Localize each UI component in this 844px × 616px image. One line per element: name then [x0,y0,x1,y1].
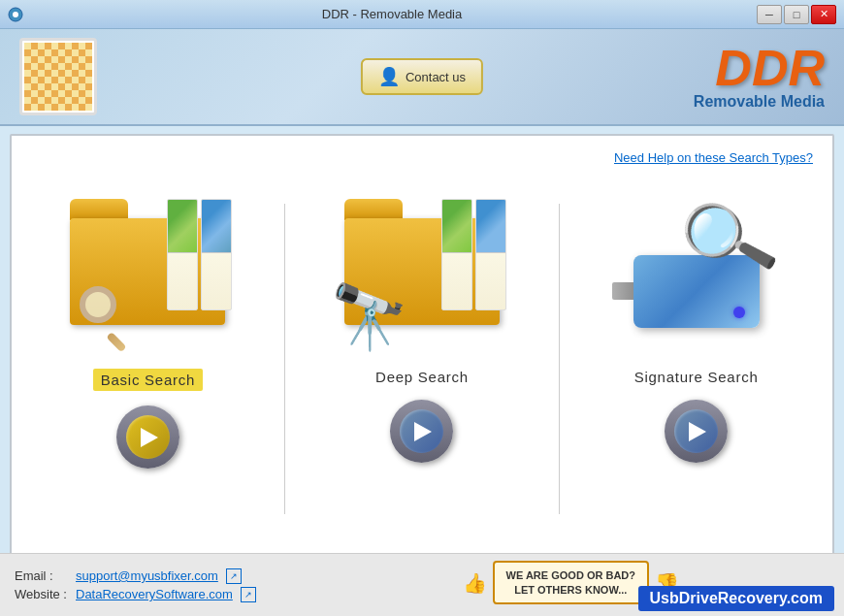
main-wrapper: Need Help on these Search Types? [0,126,844,563]
sig-play-outer [665,400,728,463]
footer: Email : support@myusbfixer.com ↗ Website… [0,553,844,616]
website-row: Website : DataRecoverySoftware.com ↗ [15,587,256,602]
contact-button[interactable]: 👤 Contact us [361,58,483,95]
deep-paper-2 [475,199,506,310]
deep-search-option[interactable]: 🔭 Deep Search [325,165,519,463]
close-button[interactable]: ✕ [811,5,836,24]
contact-icon: 👤 [378,66,400,87]
deep-search-play-button[interactable] [390,400,453,463]
email-external-icon[interactable]: ↗ [226,568,242,584]
basic-search-label: Basic Search [93,369,203,391]
help-link[interactable]: Need Help on these Search Types? [614,150,813,165]
sig-play-inner [674,409,718,453]
titlebar: DDR - Removable Media ─ □ ✕ [0,0,844,29]
divider-1 [284,204,285,514]
logo-pattern [24,43,92,111]
maximize-button[interactable]: □ [784,5,809,24]
minimize-button[interactable]: ─ [757,5,782,24]
website-external-icon[interactable]: ↗ [241,587,256,602]
feedback-line1: WE ARE GOOD OR BAD? [506,568,635,582]
feedback-line2: LET OTHERS KNOW... [506,583,635,597]
brand-name: DDR [694,43,825,93]
basic-search-option[interactable]: Basic Search [50,165,244,469]
magnifier-glass [80,286,116,323]
signature-search-play-button[interactable] [665,400,728,463]
signature-search-image: 🔍 [609,165,784,359]
divider-2 [559,204,560,514]
search-options-container: Basic Search [12,136,832,504]
signature-search-option[interactable]: 🔍 Signature Search [600,165,794,463]
deep-play-triangle [414,422,432,441]
deep-paper-1 [441,199,472,310]
sig-play-triangle [689,422,706,441]
window-controls: ─ □ ✕ [757,5,836,24]
brand-subtitle: Removable Media [694,93,825,111]
usb-led [733,307,745,318]
paper-image-2 [202,200,231,253]
deep-paper-img-1 [442,200,471,253]
paper-image-1 [168,200,197,253]
thumbs-icon: 👍 [463,571,487,595]
usb-plug [612,282,633,300]
deep-play-inner [400,409,443,453]
email-label: Email : [15,568,68,583]
deep-paper-img-2 [476,200,505,253]
basic-search-image [60,165,235,359]
website-label: Website : [15,587,68,601]
website-link[interactable]: DataRecoverySoftware.com [76,587,233,601]
usb-assembly: 🔍 [633,197,760,328]
basic-search-play-button[interactable] [116,405,179,469]
deep-search-image: 🔭 [335,165,509,359]
contact-label: Contact us [406,70,466,84]
footer-contact-info: Email : support@myusbfixer.com ↗ Website… [15,568,256,602]
paper-2 [201,199,232,310]
feedback-button[interactable]: WE ARE GOOD OR BAD? LET OTHERS KNOW... [493,561,649,604]
svg-point-1 [13,12,18,17]
signature-search-label: Signature Search [634,369,759,385]
play-inner-ring [126,415,170,459]
deep-play-outer [390,400,453,463]
magnifier-handle [107,332,127,352]
binoculars-icon: 🔭 [330,280,408,354]
folder-papers-deep [441,199,509,315]
play-triangle-icon [141,428,158,447]
deep-search-label: Deep Search [375,369,469,385]
app-icon [8,7,23,22]
paper-1 [167,199,198,310]
folder-tab [70,199,128,220]
feedback-text: WE ARE GOOD OR BAD? LET OTHERS KNOW... [506,568,635,597]
header: 👤 Contact us DDR Removable Media [0,29,844,126]
main-area: Need Help on these Search Types? [10,134,834,561]
usb-container: 🔍 [619,170,774,354]
magnifier [80,286,133,340]
folder-papers [167,199,235,315]
play-outer-ring [116,405,179,469]
email-row: Email : support@myusbfixer.com ↗ [15,568,256,584]
folder-tab-deep [344,199,403,220]
usb-bar[interactable]: UsbDriveRecovery.com [638,586,834,611]
brand-area: DDR Removable Media [694,43,825,111]
app-logo [19,38,97,115]
window-title: DDR - Removable Media [27,7,757,21]
email-link[interactable]: support@myusbfixer.com [76,568,218,583]
